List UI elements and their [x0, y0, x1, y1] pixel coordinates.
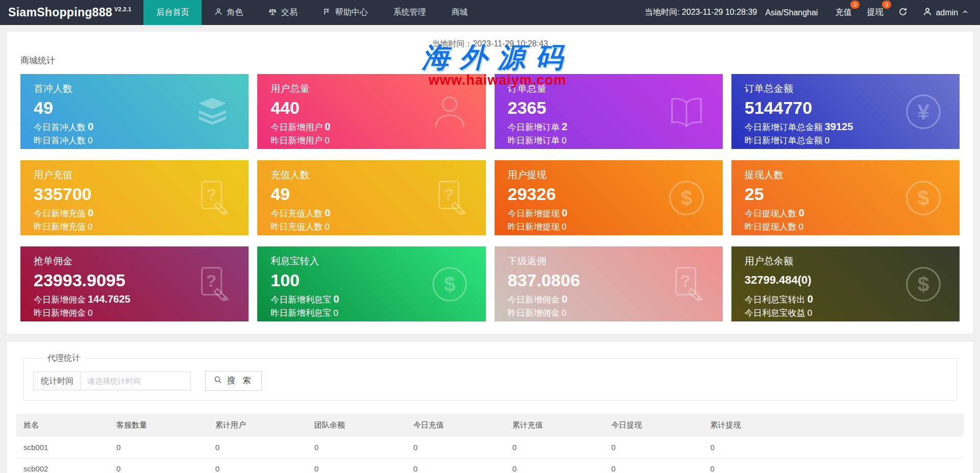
nav-item-label: 角色	[227, 7, 243, 18]
withdraw-button[interactable]: 提现 0	[867, 7, 883, 18]
nav-item-label: 帮助中心	[335, 7, 368, 18]
app-logo: SiamShopping888 V2.2.1	[0, 0, 143, 25]
stat-card: 用户提现 29326 今日新增提现0 昨日新增提现0 $	[495, 160, 723, 235]
stat-card: 利息宝转入 100 今日新增利息宝0 昨日新增利息宝0 $	[257, 246, 485, 321]
nav-item-label: 后台首页	[156, 7, 189, 18]
dollar-icon: $	[426, 260, 474, 308]
table-cell: 0	[109, 458, 208, 473]
agent-table: 姓名客服数量累计用户团队余额今日充值累计充值今日提现累计提现scb0010000…	[16, 414, 964, 473]
search-button[interactable]: 搜 索	[205, 371, 262, 391]
table-cell: 0	[406, 437, 505, 458]
dollar-icon: $	[899, 260, 947, 308]
card-yesterday-line: 昨日首冲人数0	[34, 134, 235, 147]
svg-text:¥: ¥	[917, 99, 929, 123]
header-timezone: Asia/Shanghai	[765, 8, 818, 17]
recharge-button[interactable]: 充值 0	[835, 7, 851, 18]
table-cell: scb002	[16, 458, 109, 473]
svg-text:?: ?	[443, 185, 453, 204]
nav-item-label: 交易	[281, 7, 297, 18]
svg-text:$: $	[918, 186, 929, 209]
table-cell: 0	[703, 437, 964, 458]
doc-icon: ?	[426, 174, 474, 222]
nav-item-label: 商城	[451, 7, 468, 18]
flag-icon	[323, 8, 331, 18]
nav-item-dashboard[interactable]: 后台首页	[143, 0, 202, 25]
stat-card: 提现人数 25 今日提现人数0 昨日提现人数0 $	[731, 160, 960, 235]
svg-text:$: $	[918, 272, 929, 295]
agent-panel: 代理统计 统计时间 搜 索 姓名客服数量累计用户团队余额今日充值累计充值今日提现…	[7, 342, 973, 473]
card-yesterday-line: 今日利息宝收益0	[745, 307, 946, 320]
stat-card: 首冲人数 49 今日首冲人数0 昨日首冲人数0	[20, 74, 249, 149]
card-yesterday-line: 昨日充值人数0	[271, 220, 472, 234]
stat-time-label: 统计时间	[33, 371, 81, 390]
stat-card: 用户总量 440 今日新增用户0 昨日新增用户0	[257, 74, 485, 149]
svg-text:$: $	[680, 186, 692, 209]
app-title: SiamShopping888	[8, 6, 112, 19]
card-yesterday-line: 昨日新增订单0	[508, 134, 709, 147]
stat-card: 用户充值 335700 今日新增充值0 昨日新增充值0 ?	[20, 160, 249, 235]
table-cell: 0	[307, 458, 406, 473]
svg-text:?: ?	[206, 185, 216, 204]
layers-icon	[188, 88, 236, 136]
agent-section-title: 代理统计	[42, 353, 85, 364]
nav-item-roles[interactable]: 角色	[202, 0, 256, 25]
table-header-cell: 累计充值	[505, 414, 604, 437]
table-row: scb0010000000	[16, 437, 964, 458]
app-version: V2.2.1	[114, 6, 132, 12]
stat-cards-grid: 首冲人数 49 今日首冲人数0 昨日首冲人数0 用户总量 440 今日新增用户0…	[20, 74, 960, 321]
withdraw-label: 提现	[867, 8, 883, 16]
table-cell: scb001	[16, 437, 109, 458]
table-header-cell: 今日充值	[406, 414, 505, 437]
table-header-cell: 今日提现	[604, 414, 703, 437]
search-label: 搜 索	[227, 376, 253, 386]
card-yesterday-line: 昨日新增订单总金额0	[745, 134, 946, 147]
nav-item-label: 系统管理	[393, 7, 426, 18]
table-header-row: 姓名客服数量累计用户团队余额今日充值累计充值今日提现累计提现	[16, 414, 964, 437]
stat-time-input[interactable]	[81, 371, 191, 390]
doc-icon: ?	[188, 174, 236, 222]
main-content: 当地时间：2023-11-29 10:28:43 海外源码 www.haiwai…	[0, 25, 980, 473]
stats-panel: 当地时间：2023-11-29 10:28:43 海外源码 www.haiwai…	[7, 32, 973, 334]
stat-card: 订单总量 2365 今日新增订单2 昨日新增订单0	[495, 74, 723, 149]
header-right: 当地时间: 2023-11-29 10:28:39 Asia/Shanghai …	[645, 0, 980, 25]
card-yesterday-line: 昨日新增佣金0	[508, 307, 709, 320]
recharge-badge: 0	[850, 1, 860, 9]
nav-item-trade[interactable]: 交易	[256, 0, 310, 25]
nav-item-help-center[interactable]: 帮助中心	[310, 0, 380, 25]
person-icon	[214, 8, 223, 18]
table-header-cell: 累计用户	[208, 414, 307, 437]
table-cell: 0	[703, 458, 964, 473]
table-cell: 0	[604, 437, 703, 458]
nav-item-mall[interactable]: 商城	[438, 0, 480, 25]
card-yesterday-line: 昨日新增利息宝0	[271, 307, 472, 320]
table-cell: 0	[406, 458, 505, 473]
agent-filter-fieldset: 代理统计 统计时间 搜 索	[23, 353, 957, 401]
search-icon	[214, 376, 223, 386]
top-navbar: SiamShopping888 V2.2.1 后台首页角色交易帮助中心系统管理商…	[0, 0, 980, 25]
table-cell: 0	[505, 458, 604, 473]
yen-icon: ¥	[899, 88, 947, 136]
refresh-icon[interactable]	[898, 7, 910, 18]
panel-local-time: 当地时间：2023-11-29 10:28:43	[20, 39, 960, 50]
withdraw-badge: 0	[882, 1, 891, 9]
stat-card: 订单总金额 5144770 今日新增订单总金额39125 昨日新增订单总金额0 …	[731, 74, 960, 149]
chevron-up-icon	[962, 8, 969, 17]
stat-card: 下级返佣 837.0806 今日新增佣金0 昨日新增佣金0 ?	[495, 246, 723, 321]
svg-text:$: $	[444, 272, 455, 295]
nav-item-system-management[interactable]: 系统管理	[380, 0, 438, 25]
card-yesterday-line: 昨日提现人数0	[745, 220, 946, 234]
stat-card: 抢单佣金 23993.9095 今日新增佣金144.7625 昨日新增佣金0 ?	[20, 246, 249, 321]
table-cell: 0	[307, 437, 406, 458]
username: admin	[936, 8, 958, 17]
doc-icon: ?	[188, 260, 236, 308]
scales-icon	[268, 8, 277, 18]
dollar-icon: $	[663, 174, 710, 222]
stat-card: 用户总余额 32799.484(0) 今日利息宝转出0 今日利息宝收益0 $	[731, 246, 960, 321]
svg-text:?: ?	[206, 271, 216, 290]
doc-icon: ?	[663, 260, 710, 308]
stats-section-title: 商城统计	[20, 55, 960, 66]
table-header-cell: 客服数量	[109, 414, 208, 437]
user-menu[interactable]: admin	[923, 7, 969, 18]
main-nav: 后台首页角色交易帮助中心系统管理商城	[143, 0, 480, 25]
card-yesterday-line: 昨日新增充值0	[34, 220, 235, 234]
